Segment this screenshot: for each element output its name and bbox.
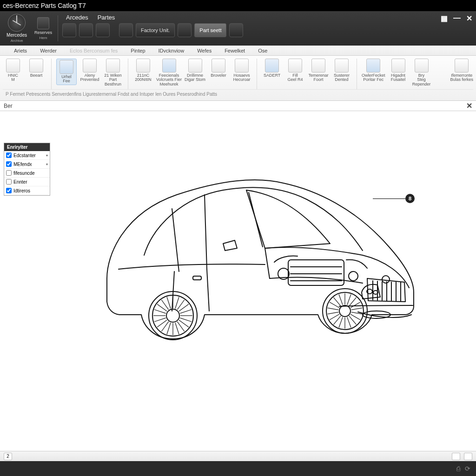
filter-checkbox[interactable]	[6, 170, 12, 176]
ribbon-item-6[interactable]: FeecienalsVolcruets FierMeehurek	[156, 59, 182, 86]
tool-btn-2[interactable]	[79, 23, 93, 37]
tab-arcedes[interactable]: Arcedes	[62, 13, 92, 22]
callout-number[interactable]: 8	[405, 194, 415, 203]
menu-fewelket[interactable]: Fewelket	[225, 48, 245, 53]
ribbon-separator	[128, 59, 128, 89]
ribbon-icon	[136, 59, 150, 73]
filter-header: Enrirylter	[4, 143, 50, 151]
ribbon-item-12[interactable]: TemerenarFoort	[308, 59, 329, 82]
ribbon-label: TemerenarFoort	[309, 73, 329, 82]
tool-btn-1[interactable]	[62, 23, 76, 37]
panel-close-icon[interactable]: ✕	[466, 101, 472, 110]
ribbon-icon	[311, 59, 325, 73]
filter-checkbox[interactable]	[6, 188, 12, 193]
filter-row-0[interactable]: Edcstanter▾	[4, 151, 50, 160]
tile-reserves[interactable]: Reserves Hem	[33, 17, 54, 40]
ribbon-icon	[391, 59, 405, 73]
filter-row-1[interactable]: MEfendx▾	[4, 160, 50, 169]
ribbon-item-4[interactable]: 21 WikenPartBesthrun	[103, 59, 123, 86]
factory-button[interactable]: Factory Unit.	[136, 23, 175, 37]
ribbon-label: FeecienalsVolcruets FierMeehurek	[156, 73, 182, 86]
tool-btn-4[interactable]	[119, 23, 133, 37]
ribbon-item-14[interactable]: OwlerFecketPoritar Fec	[362, 59, 385, 82]
menu-ariets[interactable]: Ariets	[14, 48, 27, 53]
ribbon-item-3[interactable]: AlenyPrevented	[79, 59, 100, 82]
filter-checkbox[interactable]	[6, 179, 12, 185]
ribbon-item-15[interactable]: HigadntFusaitel	[388, 59, 409, 82]
svg-line-18	[180, 310, 192, 313]
ribbon-item-13[interactable]: SustererDented	[331, 59, 352, 82]
menubar: Ariets Werder Eclos Berconsum fes Pintep…	[0, 46, 476, 56]
extra-icon[interactable]: ▦	[441, 14, 448, 23]
ribbon-icon	[162, 59, 176, 73]
menu-ose[interactable]: Ose	[258, 48, 267, 53]
ribbon-item-7[interactable]: DrillimneDigar Stom	[185, 59, 205, 82]
ribbon-item-2[interactable]: UrhelFee	[56, 59, 77, 85]
svg-line-36	[349, 298, 356, 306]
ribbon-label: SADERT	[264, 73, 280, 78]
svg-line-37	[350, 302, 360, 308]
filter-label: MEfendx	[13, 162, 32, 167]
ribbon-icon	[188, 59, 202, 73]
status-view-2[interactable]	[464, 453, 472, 460]
ribbon-label: HigadntFusaitel	[391, 73, 406, 82]
tab-partes[interactable]: Partes	[94, 13, 119, 22]
ribbon-separator	[51, 59, 52, 89]
filter-row-4[interactable]: Idtireros	[4, 186, 50, 195]
cylinder-icon	[37, 17, 49, 29]
ribbon-label: AlenyPrevented	[80, 73, 99, 82]
brand-logo-block[interactable]: Mercedes Archive	[3, 14, 31, 43]
minimize-icon[interactable]: —	[453, 14, 461, 23]
svg-point-13	[339, 305, 350, 317]
ribbon-icon	[335, 59, 349, 73]
chevron-down-icon[interactable]: ▾	[46, 162, 48, 166]
ribbon-item-1[interactable]: Beeart	[26, 59, 46, 78]
menu-werder[interactable]: Werder	[40, 48, 57, 53]
ribbon-item-9[interactable]: HosaevsHecuroar	[231, 59, 252, 82]
ribbon-item-0[interactable]: HNICM	[3, 59, 23, 82]
app-footer: ⎙ ⟳	[0, 461, 476, 476]
footer-icon-2[interactable]: ⟳	[465, 465, 470, 472]
svg-line-35	[347, 294, 351, 305]
ribbon-label: FillGeel R4	[288, 73, 303, 82]
tile-sub: Hem	[40, 36, 47, 40]
ribbon-item-10[interactable]: SADERT	[262, 59, 282, 78]
filter-row-2[interactable]: fifesuncde	[4, 169, 50, 178]
menu-wefes[interactable]: Wefes	[197, 48, 212, 53]
ribbon-icon	[106, 59, 120, 73]
close-icon[interactable]: ✕	[466, 14, 472, 23]
tool-btn-6[interactable]	[229, 23, 243, 37]
svg-line-46	[330, 314, 339, 320]
diagram-viewport[interactable]: Enrirylter Edcstanter▾MEfendx▾fifesuncde…	[0, 111, 476, 443]
ribbon-label: OwlerFecketPoritar Fec	[362, 73, 385, 82]
part-search-button[interactable]: Part seett	[194, 23, 226, 37]
svg-line-30	[154, 310, 166, 313]
ribbon-item-5[interactable]: 211nC200NItIN	[133, 59, 153, 82]
status-page-box[interactable]: 2	[4, 453, 12, 460]
tool-btn-5[interactable]	[178, 23, 192, 37]
svg-line-15	[175, 297, 179, 309]
ribbon-icon	[6, 59, 20, 73]
status-view-1[interactable]	[452, 453, 460, 460]
ribbon-item-11[interactable]: FillGeel R4	[285, 59, 305, 82]
callout-line	[373, 198, 405, 199]
ribbon-separator	[257, 59, 257, 89]
ribbon-item-right[interactable]: IfemerronteBulas ferkes	[450, 59, 473, 82]
vehicle-diagram[interactable]: 8	[79, 139, 428, 362]
menu-idvck[interactable]: IDvcknviow	[159, 48, 185, 53]
callout-marker[interactable]: 8	[373, 194, 415, 203]
filter-checkbox[interactable]	[6, 152, 12, 158]
tool-btn-3[interactable]	[96, 23, 110, 37]
chevron-down-icon[interactable]: ▾	[46, 153, 48, 158]
footer-icon-1[interactable]: ⎙	[456, 465, 460, 472]
filter-checkbox[interactable]	[6, 161, 12, 167]
dark-button-row: Factory Unit. Part seett	[62, 23, 243, 37]
menu-pintep[interactable]: Pintep	[131, 48, 145, 53]
filter-row-3[interactable]: Ennter	[4, 178, 50, 186]
menu-eclos[interactable]: Eclos Berconsum fes	[70, 48, 118, 53]
ribbon-item-16[interactable]: BryStegRepender	[411, 59, 432, 86]
primary-toolbar: Mercedes Archive Reserves Hem Arcedes Pa…	[0, 11, 476, 46]
ribbon-item-8[interactable]: Broveler	[208, 59, 229, 78]
ribbon-icon	[415, 59, 429, 73]
window-controls: ▦ — ✕	[441, 14, 472, 23]
